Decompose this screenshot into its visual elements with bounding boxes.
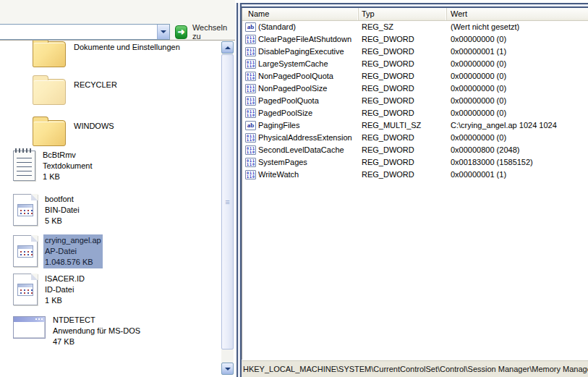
scrollbar-thumb[interactable]: ≡	[221, 54, 234, 350]
value-name: DisablePagingExecutive	[258, 46, 359, 58]
file-size: 1 KB	[45, 295, 85, 306]
app-root: Wechseln zu Dokumente und Einstellungen …	[0, 0, 588, 377]
value-name: NonPagedPoolSize	[258, 82, 359, 95]
value-name: SystemPages	[258, 156, 359, 169]
column-header-name[interactable]: Name	[242, 8, 359, 20]
window-top-border	[237, 3, 588, 8]
reg-dword-icon	[245, 59, 256, 69]
value-type: REG_DWORD	[359, 144, 447, 156]
reg-dword-icon	[245, 96, 256, 106]
chevron-down-icon	[161, 30, 166, 33]
registry-row[interactable]: PhysicalAddressExtension REG_DWORD 0x000…	[242, 132, 588, 144]
folder-icon	[33, 120, 66, 146]
unknown-file-icon	[13, 235, 38, 267]
value-data: 0x00000000 (0)	[447, 82, 588, 95]
registry-value-list: Name Typ Wert (Standard) REG_SZ (Wert ni…	[242, 8, 588, 360]
text-document-icon	[13, 151, 35, 181]
list-item[interactable]: RECYCLER	[0, 73, 117, 105]
list-item[interactable]: Dokumente und Einstellungen	[0, 40, 180, 67]
triangle-down-icon	[225, 368, 231, 370]
registry-row[interactable]: NonPagedPoolSize REG_DWORD 0x00000000 (0…	[242, 82, 588, 95]
list-item[interactable]: ISACER.ID ID-Datei 1 KB	[0, 273, 86, 307]
registry-row[interactable]: NonPagedPoolQuota REG_DWORD 0x00000000 (…	[242, 70, 588, 82]
registry-row[interactable]: DisablePagingExecutive REG_DWORD 0x00000…	[242, 46, 588, 58]
file-type: Textdokument	[43, 161, 92, 171]
file-type: AP-Datei	[45, 246, 101, 257]
value-type: REG_DWORD	[359, 107, 447, 119]
go-arrow-icon	[175, 25, 187, 39]
address-toolbar: Wechseln zu	[0, 0, 235, 40]
value-type: REG_DWORD	[359, 132, 447, 144]
value-data: (Wert nicht gesetzt)	[447, 21, 588, 33]
value-name: (Standard)	[258, 21, 359, 33]
address-dropdown-button[interactable]	[157, 25, 169, 39]
value-name: LargeSystemCache	[258, 58, 359, 70]
reg-dword-icon	[245, 145, 256, 155]
list-item[interactable]: WINDOWS	[0, 114, 114, 146]
value-name: ClearPageFileAtShutdown	[258, 33, 359, 46]
address-combobox[interactable]	[0, 24, 170, 40]
value-data: 0x00000000 (0)	[447, 58, 588, 70]
registry-row[interactable]: WriteWatch REG_DWORD 0x00000001 (1)	[242, 169, 588, 181]
value-data: 0x00000000 (0)	[447, 33, 588, 46]
value-name: PagingFiles	[258, 119, 359, 132]
registry-row[interactable]: PagingFiles REG_MULTI_SZ C:\crying_angel…	[242, 119, 588, 132]
reg-dword-icon	[245, 109, 256, 118]
file-name: Dokumente und Einstellungen	[74, 43, 180, 51]
registry-row[interactable]: ClearPageFileAtShutdown REG_DWORD 0x0000…	[242, 33, 588, 46]
list-item[interactable]: BcBtRmv Textdokument 1 KB	[0, 149, 93, 183]
value-type: REG_DWORD	[359, 70, 447, 82]
value-data: 0x00000000 (0)	[447, 95, 588, 107]
file-size: 1.048.576 KB	[45, 257, 101, 268]
window-left-border	[237, 3, 242, 377]
file-size: 47 KB	[53, 336, 140, 347]
registry-row[interactable]: PagedPoolSize REG_DWORD 0x00000000 (0)	[242, 107, 588, 119]
value-name: SecondLevelDataCache	[258, 144, 359, 156]
list-item-selected[interactable]: crying_angel.ap AP-Datei 1.048.576 KB	[0, 234, 103, 268]
reg-dword-icon	[245, 133, 256, 143]
scroll-down-button[interactable]	[221, 363, 234, 375]
value-data: 0x00000000 (0)	[447, 132, 588, 144]
value-type: REG_DWORD	[359, 82, 447, 95]
value-data: C:\crying_angel.ap 1024 1024	[447, 119, 588, 132]
list-item[interactable]: bootfont BIN-Datei 5 KB	[0, 193, 81, 227]
value-data: 0x00000800 (2048)	[447, 144, 588, 156]
triangle-up-icon	[225, 46, 231, 49]
reg-sz-icon	[245, 22, 256, 32]
explorer-panel: Wechseln zu Dokumente und Einstellungen …	[0, 0, 235, 377]
value-name: PagedPoolQuota	[258, 95, 359, 107]
registry-row[interactable]: SystemPages REG_DWORD 0x00183000 (158515…	[242, 156, 588, 169]
value-type: REG_DWORD	[359, 46, 447, 58]
scroll-up-button[interactable]	[221, 41, 234, 54]
go-button[interactable]: Wechseln zu	[172, 24, 235, 40]
column-header-wert[interactable]: Wert	[447, 8, 588, 20]
msdos-app-icon	[13, 316, 46, 339]
registry-row[interactable]: PagedPoolQuota REG_DWORD 0x00000000 (0)	[242, 95, 588, 107]
go-button-label: Wechseln zu	[192, 23, 232, 41]
reg-multi-sz-icon	[245, 121, 256, 130]
reg-dword-icon	[245, 170, 256, 179]
value-type: REG_MULTI_SZ	[359, 119, 447, 132]
file-list-scrollbar[interactable]: ≡	[221, 41, 234, 375]
reg-dword-icon	[245, 72, 256, 81]
file-name: WINDOWS	[74, 122, 114, 130]
value-type: REG_DWORD	[359, 156, 447, 169]
file-name: ISACER.ID	[45, 274, 85, 284]
address-input[interactable]	[0, 25, 157, 39]
file-name: RECYCLER	[74, 80, 117, 89]
value-name: PhysicalAddressExtension	[258, 132, 359, 144]
registry-row[interactable]: SecondLevelDataCache REG_DWORD 0x0000080…	[242, 144, 588, 156]
file-type: Anwendung für MS-DOS	[53, 326, 140, 336]
reg-dword-icon	[245, 158, 256, 167]
list-item[interactable]: NTDETECT Anwendung für MS-DOS 47 KB	[0, 314, 142, 348]
column-header-typ[interactable]: Typ	[359, 8, 447, 20]
value-type: REG_SZ	[359, 21, 447, 33]
registry-row[interactable]: (Standard) REG_SZ (Wert nicht gesetzt)	[242, 21, 588, 33]
value-type: REG_DWORD	[359, 58, 447, 70]
column-headers[interactable]: Name Typ Wert	[242, 8, 588, 21]
value-data: 0x00000000 (0)	[447, 107, 588, 119]
value-data: 0x00000001 (1)	[447, 46, 588, 58]
file-name: crying_angel.ap	[45, 235, 101, 246]
registry-rows: (Standard) REG_SZ (Wert nicht gesetzt) C…	[242, 21, 588, 181]
registry-row[interactable]: LargeSystemCache REG_DWORD 0x00000000 (0…	[242, 58, 588, 70]
